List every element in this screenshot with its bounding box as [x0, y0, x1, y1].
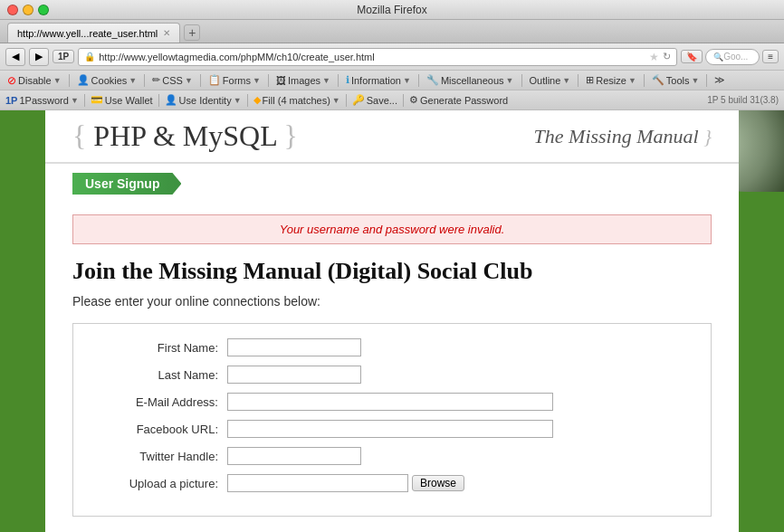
tools-button[interactable]: 🔨 Tools ▼ — [648, 73, 703, 87]
page-heading: Join the Missing Manual (Digital) Social… — [72, 258, 712, 285]
separator10 — [706, 74, 707, 87]
expand-icon: ≫ — [714, 74, 725, 86]
search-icon: 🔍 — [713, 52, 723, 62]
cookies-icon: 👤 — [77, 74, 90, 86]
pw-sep4 — [346, 94, 347, 107]
upload-label: Upload a picture: — [91, 477, 227, 490]
use-identity-button[interactable]: 👤 Use Identity ▼ — [165, 94, 242, 106]
generate-password-button[interactable]: ⚙ Generate Password — [409, 94, 508, 106]
book-title: { PHP & MySQL } — [72, 119, 298, 153]
images-icon: 🖼 — [276, 75, 286, 86]
last-name-label: Last Name: — [91, 368, 227, 382]
signup-banner: User Signup — [72, 173, 181, 195]
separator8 — [578, 74, 578, 87]
twitter-row: Twitter Handle: — [91, 447, 693, 465]
forms-button[interactable]: 📋 Forms ▼ — [205, 73, 264, 87]
close-button[interactable] — [7, 5, 18, 15]
forward-button[interactable]: ▶ — [29, 48, 49, 66]
maximize-button[interactable] — [38, 5, 49, 15]
1password-button[interactable]: 1P 1Password ▼ — [5, 95, 79, 106]
separator7 — [521, 74, 522, 87]
outline-button[interactable]: Outline ▼ — [526, 74, 575, 87]
open-curly-icon: { — [72, 119, 93, 152]
miscellaneous-button[interactable]: 🔧 Miscellaneous ▼ — [423, 73, 518, 87]
separator1 — [69, 74, 70, 87]
book-subtitle: The Missing Manual } — [534, 125, 712, 148]
separator9 — [644, 74, 645, 87]
misc-icon: 🔧 — [426, 74, 439, 86]
generate-icon: ⚙ — [409, 94, 418, 106]
twitter-label: Twitter Handle: — [91, 450, 227, 463]
new-tab-button[interactable]: + — [184, 24, 200, 41]
url-bar[interactable]: 🔒 http://www.yellowtagmedia.com/phpMM/ch… — [78, 48, 677, 66]
onepassword-nav-button[interactable]: 1P — [53, 50, 74, 63]
save-icon: 🔑 — [352, 94, 365, 106]
window-title: Mozilla Firefox — [357, 4, 426, 16]
title-bar: Mozilla Firefox — [0, 0, 784, 20]
resize-icon: ⊞ — [586, 74, 594, 86]
browser-tab[interactable]: http://www.yell...reate_user.html ✕ — [7, 23, 180, 43]
search-bar[interactable]: 🔍 Goo... — [705, 49, 760, 65]
bookmarks-button[interactable]: 🔖 — [681, 50, 703, 63]
separator2 — [144, 74, 145, 87]
tab-label: http://www.yell...reate_user.html — [17, 28, 158, 39]
url-text: http://www.yellowtagmedia.com/phpMM/ch10… — [99, 52, 645, 62]
bookmark-icon[interactable]: ★ — [649, 51, 659, 63]
fill-button[interactable]: ◆ Fill (4 matches) ▼ — [253, 94, 340, 106]
browse-button[interactable]: Browse — [412, 475, 464, 491]
minimize-button[interactable] — [23, 5, 33, 15]
lock-icon: 🔒 — [84, 52, 95, 62]
pw-sep3 — [247, 94, 248, 107]
resize-button[interactable]: ⊞ Resize ▼ — [582, 73, 640, 87]
separator3 — [200, 74, 201, 87]
book-header: { PHP & MySQL } The Missing Manual } — [45, 110, 739, 164]
information-button[interactable]: ℹ Information ▼ — [342, 73, 415, 87]
1p-icon: 1P — [5, 95, 17, 106]
expand-button[interactable]: ≫ — [711, 73, 729, 87]
signup-form: First Name: Last Name: E-Mail Address: F… — [72, 323, 712, 517]
cookies-button[interactable]: 👤 Cookies ▼ — [73, 73, 141, 87]
tools-icon: 🔨 — [652, 74, 664, 86]
menu-button[interactable]: ≡ — [762, 50, 779, 63]
separator6 — [418, 74, 419, 87]
disable-button[interactable]: ⊘ Disable ▼ — [4, 73, 65, 88]
upload-row: Upload a picture: Browse — [91, 474, 693, 492]
refresh-icon[interactable]: ↻ — [663, 51, 671, 62]
email-input[interactable] — [227, 393, 553, 411]
error-message-box: Your username and password were invalid. — [72, 214, 712, 244]
images-button[interactable]: 🖼 Images ▼ — [272, 74, 334, 87]
signup-banner-container: User Signup — [72, 173, 712, 205]
nav-right: 🔖 🔍 Goo... ≡ — [681, 49, 779, 65]
fill-icon: ◆ — [253, 94, 261, 106]
main-content: User Signup Your username and password w… — [45, 173, 739, 532]
upload-input[interactable] — [227, 474, 408, 492]
back-button[interactable]: ◀ — [5, 48, 25, 66]
pw-sep5 — [403, 94, 404, 107]
separator4 — [268, 74, 269, 87]
separator5 — [338, 74, 339, 87]
pw-sep2 — [158, 94, 159, 107]
first-name-row: First Name: — [91, 338, 693, 356]
last-name-input[interactable] — [227, 366, 361, 384]
page-area: { PHP & MySQL } The Missing Manual } Use… — [0, 110, 784, 532]
toolbar-row2: 1P 1Password ▼ 💳 Use Wallet 👤 Use Identi… — [0, 90, 784, 110]
first-name-input[interactable] — [227, 338, 361, 356]
save-button[interactable]: 🔑 Save... — [352, 94, 397, 106]
last-name-row: Last Name: — [91, 366, 693, 384]
tab-bar: http://www.yell...reate_user.html ✕ + — [0, 20, 784, 43]
email-row: E-Mail Address: — [91, 393, 693, 411]
page-subtext: Please enter your online connections bel… — [72, 294, 712, 309]
version-label: 1P 5 build 31(3.8) — [707, 95, 779, 105]
disable-icon: ⊘ — [7, 74, 16, 87]
toolbar-row1: ⊘ Disable ▼ 👤 Cookies ▼ ✏ CSS ▼ 📋 Forms … — [0, 71, 784, 90]
css-icon: ✏ — [152, 74, 160, 86]
close-tab-icon[interactable]: ✕ — [163, 28, 170, 38]
facebook-input[interactable] — [227, 420, 553, 438]
css-button[interactable]: ✏ CSS ▼ — [148, 73, 196, 87]
use-wallet-button[interactable]: 💳 Use Wallet — [91, 94, 153, 106]
forms-icon: 📋 — [208, 74, 221, 86]
nav-bar: ◀ ▶ 1P 🔒 http://www.yellowtagmedia.com/p… — [0, 43, 784, 71]
first-name-label: First Name: — [91, 341, 227, 355]
content-panel: { PHP & MySQL } The Missing Manual } Use… — [45, 110, 739, 532]
twitter-input[interactable] — [227, 447, 361, 465]
